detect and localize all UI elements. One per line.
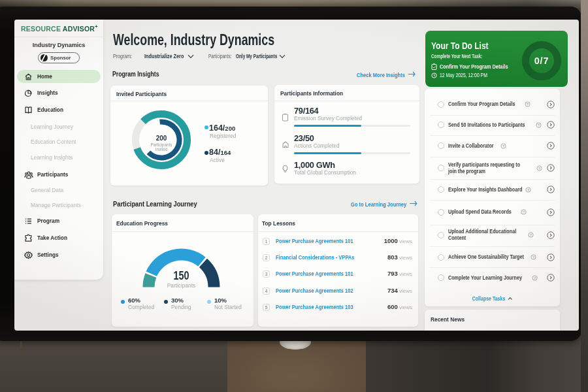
svg-text:?: ?	[537, 123, 539, 127]
svg-text:150: 150	[174, 269, 189, 282]
svg-text:?: ?	[527, 188, 529, 191]
svg-text:Invited: Invited	[155, 147, 168, 152]
svg-text:?: ?	[526, 103, 528, 106]
svg-text:Participants: Participants	[167, 282, 195, 289]
svg-text:?: ?	[538, 167, 540, 171]
svg-text:?: ?	[533, 276, 535, 280]
svg-text:?: ?	[522, 210, 524, 214]
svg-text:?: ?	[532, 255, 534, 259]
svg-text:?: ?	[502, 144, 504, 148]
svg-text:?: ?	[529, 233, 531, 237]
svg-text:200: 200	[156, 134, 167, 142]
